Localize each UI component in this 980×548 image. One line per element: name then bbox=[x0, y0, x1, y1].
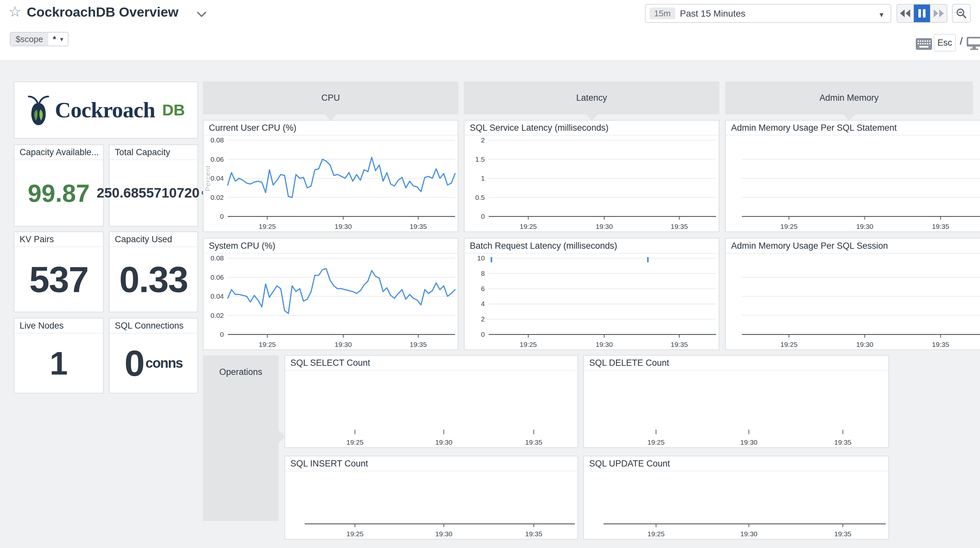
svg-text:0: 0 bbox=[481, 213, 485, 220]
svg-text:19:30: 19:30 bbox=[596, 222, 613, 230]
svg-text:19:25: 19:25 bbox=[648, 438, 665, 446]
dashboard-title: CockroachDB Overview bbox=[27, 5, 178, 20]
stat-panel-sql-connections: SQL Connections 0conns bbox=[109, 318, 198, 394]
svg-text:0.06: 0.06 bbox=[210, 273, 224, 281]
svg-text:1.5: 1.5 bbox=[475, 156, 485, 163]
chart-sql-service-latency[interactable]: 00.511.5219:2519:3019:35 bbox=[465, 136, 719, 232]
rewind-button[interactable] bbox=[897, 5, 914, 22]
svg-text:19:30: 19:30 bbox=[740, 530, 757, 538]
svg-text:4: 4 bbox=[481, 300, 485, 307]
favorite-star-icon[interactable]: ☆ bbox=[8, 5, 21, 19]
section-header-admin-memory: Admin Memory bbox=[725, 81, 973, 114]
chart-admin-memory-session[interactable]: 19:2519:3019:35 bbox=[726, 254, 980, 349]
svg-text:19:30: 19:30 bbox=[435, 530, 452, 538]
chart-sql-delete-count[interactable]: 19:2519:3019:35 bbox=[584, 371, 888, 447]
chart-sql-insert-count[interactable]: 19:2519:3019:35 bbox=[285, 472, 578, 539]
chart-panel-admin-memory-statement: Admin Memory Usage Per SQL Statement 19:… bbox=[725, 120, 980, 232]
section-header-operations: Operations bbox=[203, 355, 278, 521]
svg-text:19:30: 19:30 bbox=[435, 438, 452, 446]
svg-text:0: 0 bbox=[481, 330, 485, 338]
fullscreen-monitor-icon[interactable] bbox=[966, 37, 980, 51]
chart-sql-update-count[interactable]: 19:2519:3019:35 bbox=[584, 472, 888, 539]
cockroach-bug-icon bbox=[27, 94, 50, 127]
svg-text:0.04: 0.04 bbox=[210, 175, 224, 182]
scope-template-variable[interactable]: $scope * ▾ bbox=[10, 32, 68, 46]
stat-panel-total-capacity: Total Capacity 250.6855710720GB bbox=[109, 145, 198, 227]
svg-text:19:25: 19:25 bbox=[648, 530, 665, 538]
chart-title: SQL UPDATE Count bbox=[584, 456, 888, 472]
chart-title: Admin Memory Usage Per SQL Session bbox=[726, 238, 980, 254]
svg-text:6: 6 bbox=[481, 285, 485, 292]
chart-panel-sql-delete-count: SQL DELETE Count 19:2519:3019:35 bbox=[583, 355, 889, 448]
svg-text:19:30: 19:30 bbox=[335, 222, 352, 230]
svg-text:2: 2 bbox=[481, 315, 485, 323]
svg-text:0: 0 bbox=[220, 213, 224, 220]
stat-value: 1 bbox=[49, 345, 68, 382]
stat-value: 99.87 bbox=[28, 179, 90, 207]
svg-text:19:35: 19:35 bbox=[834, 438, 851, 446]
svg-text:19:35: 19:35 bbox=[525, 438, 542, 446]
chart-title: SQL SELECT Count bbox=[285, 356, 578, 371]
svg-text:2: 2 bbox=[481, 136, 485, 144]
scope-caret-icon: ▾ bbox=[60, 33, 63, 46]
svg-text:19:35: 19:35 bbox=[834, 530, 851, 538]
time-range-selector[interactable]: 15m Past 15 Minutes ▾ bbox=[645, 4, 891, 23]
chart-title: System CPU (%) bbox=[204, 238, 458, 254]
esc-key-button[interactable]: Esc bbox=[934, 34, 956, 51]
svg-text:19:35: 19:35 bbox=[932, 222, 949, 230]
svg-text:19:35: 19:35 bbox=[410, 222, 427, 230]
stat-value: 250.6855710720 bbox=[97, 185, 199, 201]
playback-controls bbox=[896, 4, 947, 23]
svg-text:0.02: 0.02 bbox=[210, 194, 224, 201]
svg-text:19:25: 19:25 bbox=[347, 530, 364, 538]
cockroachdb-logo-panel: Cockroach DB bbox=[14, 81, 198, 138]
chart-batch-request-latency[interactable]: 024681019:2519:3019:35 bbox=[465, 254, 719, 349]
section-title: CPU bbox=[321, 93, 340, 103]
zoom-out-button[interactable] bbox=[952, 4, 971, 23]
svg-text:19:25: 19:25 bbox=[259, 341, 276, 348]
stat-panel-capacity-used: Capacity Used 0.33 bbox=[109, 232, 198, 312]
chart-panel-sql-update-count: SQL UPDATE Count 19:2519:3019:35 bbox=[583, 456, 889, 540]
scope-variable-value: * ▾ bbox=[48, 33, 68, 46]
stat-panel-live-nodes: Live Nodes 1 bbox=[14, 318, 104, 394]
svg-text:0: 0 bbox=[220, 330, 224, 338]
svg-text:0.02: 0.02 bbox=[210, 312, 224, 319]
svg-text:19:30: 19:30 bbox=[740, 438, 757, 446]
keyboard-shortcuts-icon[interactable] bbox=[915, 38, 932, 51]
stat-panel-kv-pairs: KV Pairs 537 bbox=[14, 232, 104, 312]
section-header-latency: Latency bbox=[464, 81, 719, 114]
stat-value: 0.33 bbox=[119, 259, 188, 300]
stat-title: Live Nodes bbox=[14, 319, 103, 334]
svg-text:1: 1 bbox=[481, 175, 485, 182]
svg-text:19:35: 19:35 bbox=[410, 341, 427, 348]
chart-current-user-cpu[interactable]: 00.020.040.060.0819:2519:3019:35Percent bbox=[204, 136, 458, 232]
stat-panel-capacity-available: Capacity Available... 99.87 bbox=[14, 145, 104, 227]
svg-text:19:25: 19:25 bbox=[347, 438, 364, 446]
svg-text:19:25: 19:25 bbox=[780, 341, 798, 348]
title-chevron-down-icon[interactable] bbox=[196, 10, 207, 18]
chart-panel-admin-memory-session: Admin Memory Usage Per SQL Session 19:25… bbox=[725, 238, 980, 350]
chart-admin-memory-statement[interactable]: 19:2519:3019:35 bbox=[726, 136, 980, 232]
chart-panel-system-cpu: System CPU (%) 00.020.040.060.0819:2519:… bbox=[203, 238, 458, 350]
chart-system-cpu[interactable]: 00.020.040.060.0819:2519:3019:35 bbox=[204, 254, 458, 349]
svg-text:19:30: 19:30 bbox=[856, 222, 873, 230]
chart-title: Current User CPU (%) bbox=[204, 121, 458, 136]
svg-text:19:30: 19:30 bbox=[335, 341, 352, 348]
section-header-cpu: CPU bbox=[203, 81, 458, 114]
svg-text:19:35: 19:35 bbox=[932, 341, 949, 348]
chart-panel-current-user-cpu: Current User CPU (%) 00.020.040.060.0819… bbox=[203, 120, 458, 232]
svg-text:19:35: 19:35 bbox=[525, 530, 542, 538]
chart-panel-sql-service-latency: SQL Service Latency (milliseconds) 00.51… bbox=[464, 120, 719, 232]
section-title: Admin Memory bbox=[819, 93, 879, 103]
time-range-caret-icon: ▾ bbox=[880, 10, 883, 19]
svg-text:19:25: 19:25 bbox=[520, 341, 537, 348]
time-range-label: Past 15 Minutes bbox=[680, 8, 745, 19]
chart-sql-select-count[interactable]: 19:2519:3019:35 bbox=[285, 371, 578, 447]
header-bar: ☆ CockroachDB Overview 15m Past 15 Minut… bbox=[0, 0, 980, 61]
svg-text:19:25: 19:25 bbox=[259, 222, 276, 230]
stat-title: Capacity Available... bbox=[14, 145, 103, 160]
fast-forward-button[interactable] bbox=[930, 5, 947, 22]
svg-text:0.08: 0.08 bbox=[210, 254, 224, 262]
svg-text:0.5: 0.5 bbox=[475, 194, 485, 201]
pause-button[interactable] bbox=[914, 5, 931, 22]
